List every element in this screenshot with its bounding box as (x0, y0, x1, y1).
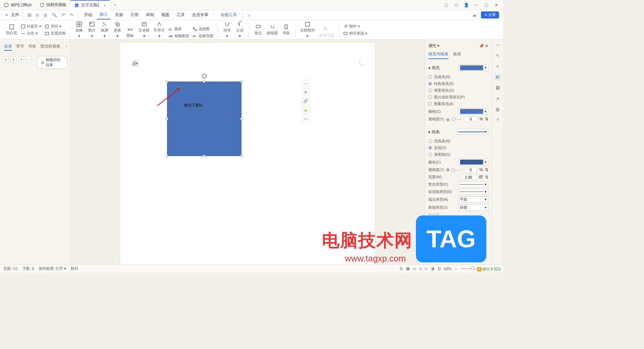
rb-mindmap[interactable]: 思维导图 (192, 33, 214, 39)
rail-layout-icon[interactable]: ▥ (494, 106, 501, 113)
menu-member[interactable]: 会员专享 (190, 11, 211, 19)
view-icon-6[interactable]: ◑ (431, 266, 434, 271)
new-tab-button[interactable]: + (110, 3, 120, 7)
rb-bookmark[interactable]: 书签 (280, 23, 292, 36)
fill-opacity-slider[interactable] (452, 119, 462, 120)
panel-icon[interactable]: ▢ (443, 2, 449, 8)
file-menu[interactable]: 文件 (11, 12, 19, 18)
spinner-icon[interactable]: ⇅ (485, 117, 488, 121)
rb-cover[interactable]: 封面页 ▾ (20, 23, 42, 29)
status-page[interactable]: 页面: 1/1 (3, 266, 18, 271)
line-opacity-input[interactable] (464, 167, 477, 172)
rb-picture[interactable]: 图片▾ (86, 20, 98, 39)
lp-add[interactable]: + (18, 56, 24, 63)
rb-shape[interactable]: 形状▾ (112, 20, 123, 39)
rp-tab-fill[interactable]: 填充与线条 (428, 51, 448, 59)
radio-texture[interactable] (428, 95, 432, 99)
view-icon-1[interactable]: ☰ (399, 266, 403, 271)
redo-icon[interactable]: ↷ (68, 12, 74, 18)
minimize-icon[interactable]: — (474, 2, 479, 8)
view-icon-3[interactable]: ▭ (413, 266, 416, 271)
tab-wps[interactable]: WPS Office (0, 0, 36, 10)
ft-fill[interactable]: ☁ (302, 106, 309, 113)
rp-fill-header[interactable]: ▾ 填充 (428, 65, 440, 71)
zoom-out[interactable]: − (455, 267, 457, 271)
resize-handle-w[interactable] (166, 117, 168, 120)
resize-handle-se[interactable] (240, 155, 243, 157)
lp-tab-bookmark[interactable]: 书签 (28, 44, 36, 51)
rb-flowchart[interactable]: 流程图 (192, 26, 214, 32)
lp-tab-toc[interactable]: 目录 (4, 44, 12, 51)
lp-smart-toc[interactable]: ◎ 智能识别目录 (37, 56, 67, 69)
rb-smartart[interactable]: 智能图形 (167, 33, 190, 39)
view-icon-5[interactable]: ▷ (425, 266, 428, 271)
rail-pen-icon[interactable]: ✎ (494, 52, 501, 59)
rb-comment[interactable]: 批注 (253, 23, 264, 36)
rail-tools-icon[interactable]: ✕ (494, 95, 501, 102)
radio-nofill[interactable] (428, 75, 432, 79)
rail-image-icon[interactable]: 🖼 (494, 85, 501, 91)
tab-document[interactable]: W 文字文稿1 • (70, 0, 110, 10)
menu-tools[interactable]: 工具 (174, 11, 187, 19)
rb-blank-page[interactable]: 空白页 (5, 23, 18, 36)
resize-handle-nw[interactable] (166, 80, 168, 83)
view-icon-4[interactable]: ≡ (420, 267, 422, 271)
line-color-picker[interactable]: ▾ (458, 159, 488, 165)
rail-help-icon[interactable]: ? (494, 117, 501, 123)
save-icon[interactable]: 🖫 (26, 12, 33, 18)
menu-drawtools[interactable]: 绘图工具 (218, 11, 239, 19)
resize-handle-sw[interactable] (166, 155, 168, 157)
lp-remove[interactable]: − (26, 56, 32, 63)
status-spell[interactable]: 拼写检查: 打开 ▾ (39, 266, 66, 271)
export-icon[interactable]: ⎘ (35, 12, 40, 18)
rb-textbox[interactable]: 文本框▾ (137, 20, 151, 39)
ft-wrap[interactable]: ≡ (302, 89, 309, 96)
cap-type[interactable]: 平面 ▾ (458, 196, 488, 203)
radio-noline[interactable] (428, 139, 432, 143)
line-opacity-slider[interactable] (451, 169, 462, 170)
compound-type[interactable]: ▾ (458, 182, 488, 187)
rb-pagebreak[interactable]: 分页 ▾ (20, 31, 42, 36)
close-window-icon[interactable]: ✕ (494, 2, 499, 8)
rp-tab-effect[interactable]: 效果 (453, 51, 461, 59)
rb-wordart[interactable]: 艺术字▾ (152, 20, 166, 39)
resize-handle-s[interactable] (203, 155, 206, 157)
lp-expand-down[interactable]: ∨ (3, 56, 8, 63)
menu-start[interactable]: 开始 (82, 11, 95, 19)
radio-pattern[interactable] (428, 102, 432, 106)
rail-select-icon[interactable]: ⌖ (494, 63, 501, 70)
ft-rect[interactable]: ▭ (302, 115, 309, 122)
avatar-icon[interactable]: 👤 (464, 2, 469, 8)
maximize-icon[interactable]: ▢ (484, 2, 489, 8)
page-options-icon[interactable]: ⊟▾ (133, 61, 138, 66)
menu-page[interactable]: 页面 (112, 11, 126, 19)
status-words[interactable]: 字数: 0 (22, 266, 34, 271)
rb-docparts[interactable]: 文档部件▾ (299, 20, 316, 39)
view-icon-7[interactable]: ⊡ (438, 266, 441, 271)
rail-collapse-icon[interactable]: — (494, 42, 501, 48)
resize-handle-ne[interactable] (240, 80, 243, 83)
radio-gradline[interactable] (428, 153, 432, 156)
rail-settings-icon[interactable]: ⚙ (494, 74, 501, 81)
close-icon[interactable]: • (104, 3, 106, 8)
rp-pin-close[interactable]: 📌 ✕ (479, 44, 488, 48)
rb-table[interactable]: 表格▾ (73, 20, 85, 39)
fill-opacity-input[interactable] (464, 116, 477, 122)
menu-icon[interactable]: ≡ (4, 12, 9, 18)
rp-line-header[interactable]: ▾ 线条 (428, 129, 440, 135)
rb-resources[interactable]: 稻壳资源 ▾ (342, 31, 368, 36)
cube-icon[interactable]: ⬡ (453, 2, 459, 8)
preview-icon[interactable]: 🔍 (51, 12, 58, 18)
lp-tab-chapter[interactable]: 章节 (16, 44, 24, 51)
line-style-dropdown[interactable]: ▾ (456, 129, 488, 135)
tab-template[interactable]: 找稻壳模板 (36, 0, 70, 10)
lp-tab-find[interactable]: 查找和替换 (40, 44, 60, 51)
rb-pagenum[interactable]: 页码 ▾ (44, 23, 66, 29)
undo-icon[interactable]: ↶ (60, 12, 66, 18)
rb-screenshot[interactable]: 截屏▾ (99, 20, 110, 39)
rb-equation[interactable]: 公式▾ (234, 20, 246, 39)
rb-attachment[interactable]: 附件 ▾ (342, 23, 368, 29)
lp-collapse-icon[interactable]: ‹ (66, 44, 67, 51)
radio-solidline[interactable] (428, 146, 432, 150)
fill-color-picker[interactable]: ▾ (458, 108, 488, 115)
